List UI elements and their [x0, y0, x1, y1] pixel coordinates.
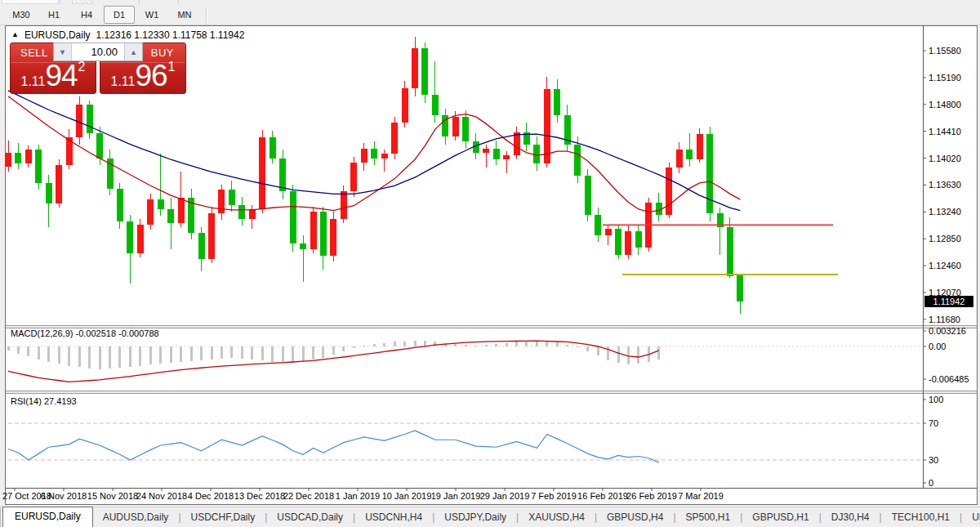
one-click-trade-panel: SELL 1.11942 BUY 1.11961 ▼ ▲	[10, 42, 186, 94]
timeframe-button-d1[interactable]: D1	[104, 6, 135, 24]
tab-tech100-h1[interactable]: TECH100,H1	[882, 508, 960, 527]
macd-axis-label: -0.006485	[929, 374, 969, 384]
timeframe-button-h4[interactable]: H4	[71, 6, 102, 24]
date-axis-label: 24 Nov 2018	[136, 491, 187, 501]
tab-xauusd-h4[interactable]: XAUUSD,H4	[519, 508, 595, 527]
price-axis-label: 1.14410	[929, 127, 961, 136]
toolbar-separator	[206, 7, 207, 23]
date-axis-label: 19 Jan 2019	[431, 491, 481, 501]
date-axis-label: 16 Feb 2019	[577, 491, 628, 501]
chevron-up-icon: ▲	[130, 48, 137, 56]
current-price-tag: 1.11942	[924, 296, 973, 307]
buy-quote-point: 1	[168, 60, 176, 74]
price-axis-label: 1.11680	[929, 315, 960, 324]
date-axis-label: 29 Jan 2019	[480, 491, 530, 501]
sell-quote-point: 2	[78, 60, 86, 74]
macd-axis-label: 0.003216	[929, 326, 966, 336]
date-axis-label: 7 Feb 2019	[531, 491, 577, 501]
price-axis-label: 1.14800	[929, 100, 961, 109]
rsi-axis-label: 100	[929, 395, 943, 404]
date-axis-label: 4 Dec 2018	[188, 491, 234, 501]
timeframe-button-w1[interactable]: W1	[136, 6, 167, 24]
date-axis-label: 10 Jan 2019	[382, 491, 432, 501]
date-axis-label: 1 Jan 2019	[336, 491, 380, 501]
price-axis-label: 1.13630	[929, 180, 961, 190]
timeframe-toolbar: M30H1H4D1W1MN	[0, 4, 980, 25]
chart-window[interactable]	[5, 25, 978, 505]
timeframe-button-mn[interactable]: MN	[169, 6, 200, 24]
tab-audusd-daily[interactable]: AUDUSD,Daily	[93, 508, 179, 527]
ohlc-values: 1.12316 1.12330 1.11758 1.11942	[96, 29, 245, 41]
tab-usdcnh-h4[interactable]: USDCNH,H4	[355, 508, 432, 527]
symbol-title: EURUSD,Daily	[24, 29, 91, 41]
trading-terminal: M30H1H4D1W1MN ▲ EURUSD,Daily 1.12316 1.1…	[0, 0, 980, 527]
volume-increase-button[interactable]: ▲	[124, 43, 142, 60]
collapse-panel-arrow-icon[interactable]: ▲	[11, 30, 19, 38]
chart-tab-bar: EURUSD,DailyAUDUSD,Daily|USDCHF,Daily|US…	[0, 507, 980, 527]
chart-title: ▲ EURUSD,Daily 1.12316 1.12330 1.11758 1…	[11, 29, 244, 41]
buy-quote-figure: 1.11	[110, 74, 135, 88]
date-axis-label: 26 Feb 2019	[626, 491, 677, 501]
sell-button[interactable]: SELL	[20, 47, 48, 59]
macd-indicator-label: MACD(12,26,9) -0.002518 -0.000788	[11, 328, 159, 338]
date-axis-label: 22 Dec 2018	[283, 491, 334, 501]
macd-axis-label: 0.00	[929, 342, 946, 351]
buy-quote-pips: 96	[135, 59, 167, 92]
sell-quote[interactable]: 1.11942	[11, 60, 96, 89]
volume-decrease-button[interactable]: ▼	[54, 43, 72, 60]
timeframe-button-h1[interactable]: H1	[38, 6, 69, 24]
buy-button[interactable]: BUY	[151, 47, 174, 59]
tab-usdchf-daily[interactable]: USDCHF,Daily	[181, 508, 265, 527]
tab-ukoil[interactable]: UKOil,	[962, 508, 980, 527]
volume-input[interactable]	[72, 43, 124, 60]
sell-quote-pips: 94	[45, 59, 77, 92]
tab-gbpusd-h1[interactable]: GBPUSD,H1	[742, 508, 818, 527]
tab-dj30-h4[interactable]: DJ30,H4	[822, 508, 880, 527]
tab-bar-edge	[0, 508, 1, 527]
tab-usdcad-daily[interactable]: USDCAD,Daily	[267, 508, 353, 527]
timeframe-button-m30[interactable]: M30	[6, 6, 37, 24]
price-axis-label: 1.15190	[929, 73, 961, 83]
rsi-axis-label: 70	[929, 418, 938, 428]
date-axis-label: 7 Mar 2019	[678, 491, 724, 501]
date-axis-label: 15 Nov 2018	[87, 491, 138, 501]
rsi-axis-label: 30	[929, 455, 938, 465]
tab-sp500-h1[interactable]: SP500,H1	[676, 508, 741, 527]
price-axis-label: 1.12850	[929, 234, 961, 243]
tab-gbpusd-h4[interactable]: GBPUSD,H4	[597, 508, 673, 527]
price-axis-label: 1.12460	[929, 261, 961, 270]
date-axis-label: 6 Nov 2018	[41, 491, 87, 501]
price-axis-label: 1.13240	[929, 207, 961, 217]
volume-spinner: ▼ ▲	[53, 42, 143, 61]
rsi-axis-label: 0	[929, 478, 933, 488]
price-axis-label: 1.15580	[929, 46, 961, 56]
date-axis-label: 13 Dec 2018	[234, 491, 285, 501]
price-axis-label: 1.14020	[929, 154, 961, 163]
tab-eurusd-daily[interactable]: EURUSD,Daily	[2, 507, 93, 527]
chevron-down-icon: ▼	[59, 48, 66, 56]
buy-quote[interactable]: 1.11961	[100, 60, 185, 89]
rsi-indicator-label: RSI(14) 27.4193	[11, 396, 77, 406]
sell-quote-figure: 1.11	[20, 74, 45, 88]
tab-usdjpy-daily[interactable]: USDJPY,Daily	[434, 508, 516, 527]
